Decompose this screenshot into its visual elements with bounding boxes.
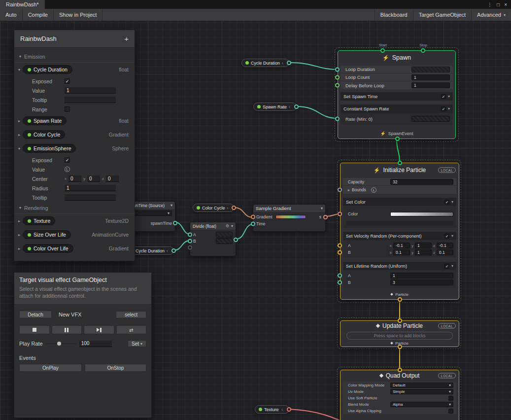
chevron-down-icon[interactable]: ▾ <box>451 234 453 238</box>
chevron-down-icon[interactable]: ▾ <box>18 68 20 72</box>
set-rate-button[interactable]: Set ▾ <box>128 340 146 347</box>
divide-header[interactable]: Divide (float) ⚙ ▾ <box>190 222 236 230</box>
quad-output-context-node[interactable]: Quad Output LOCAL Color Mapping Mode Def… <box>340 370 459 420</box>
play-rate-slider[interactable] <box>46 341 76 346</box>
param-pill[interactable]: Texture <box>23 216 55 225</box>
blackboard-panel[interactable]: RainbwDash + ▾ Emission ▾ Cycle Duration… <box>14 30 135 261</box>
chevron-down-icon[interactable]: ▾ <box>18 146 20 151</box>
collapse-icon[interactable]: ‹ <box>281 407 283 412</box>
quad-header[interactable]: Quad Output LOCAL <box>341 370 459 381</box>
block-enabled-checkbox[interactable]: ✓ <box>444 264 449 269</box>
block-enabled-checkbox[interactable]: ✓ <box>441 106 446 111</box>
param-out-port[interactable] <box>287 407 291 412</box>
set-spawn-time-block[interactable]: Set Spawn Time ✓ ▾ <box>341 92 453 101</box>
value-field[interactable]: 1 <box>65 87 116 94</box>
param-row-size-over-life[interactable]: ▸ Size Over Life AnimationCurve <box>14 228 135 242</box>
center-x-field[interactable]: 0 <box>68 175 81 182</box>
category-emission[interactable]: ▾ Emission <box>14 51 135 63</box>
update-header[interactable]: Update Particle LOCAL <box>341 321 459 331</box>
param-node-color-cycle[interactable]: Color Cycle ‹ <box>193 204 234 212</box>
spawntime-out-port[interactable] <box>173 221 177 225</box>
lifetime-a-field[interactable]: 1 <box>390 273 453 279</box>
spawn-context-node[interactable]: Start Stop ⚡ Spawn Loop Duration Loop Co… <box>338 50 456 139</box>
spawnevent-out-port[interactable] <box>395 137 400 141</box>
update-context-node[interactable]: Update Particle LOCAL Press space to add… <box>340 320 459 347</box>
divide-a-field[interactable] <box>216 232 233 238</box>
chevron-down-icon[interactable]: ▾ <box>170 203 172 208</box>
center-z-field[interactable]: 0 <box>106 175 119 182</box>
detach-button[interactable]: Detach <box>19 311 52 318</box>
target-gameobject-toggle-button[interactable]: Target GameObject <box>413 9 471 21</box>
initialize-context-node[interactable]: ⚡ Initialize Particle LOCAL Capacity 32 … <box>340 163 459 300</box>
bounds-port[interactable] <box>338 188 342 192</box>
advanced-dropdown-button[interactable]: Advanced ▾ <box>471 9 511 21</box>
param-row-cycle-duration[interactable]: ▾ Cycle Duration float <box>14 63 135 76</box>
loop-count-field[interactable]: 1 <box>411 74 450 80</box>
block-enabled-checkbox[interactable]: ✓ <box>444 234 449 239</box>
link-icon[interactable]: L <box>65 167 70 172</box>
radius-field[interactable]: 1 <box>65 185 116 191</box>
time-in-port[interactable] <box>251 222 255 226</box>
divide-out-port[interactable] <box>234 238 238 242</box>
set-velocity-block[interactable]: Set Velocity Random (Per-component) ✓ ▾ <box>343 232 456 240</box>
param-out-port[interactable] <box>171 248 176 253</box>
collapse-icon[interactable]: ‹ <box>167 248 168 253</box>
delay-field[interactable]: 1 <box>411 82 450 88</box>
loop-count-port[interactable] <box>335 75 340 79</box>
param-row-emission-sphere[interactable]: ▾ EmissionSphere Sphere <box>14 141 135 155</box>
velocity-a-port[interactable] <box>338 244 342 248</box>
velocity-a-y-field[interactable]: 1 <box>415 243 432 248</box>
pause-button[interactable] <box>52 325 82 334</box>
divide-b-port[interactable] <box>188 239 192 243</box>
param-pill[interactable]: Size Over Life <box>23 230 71 239</box>
chevron-right-icon[interactable]: ▸ <box>18 246 20 251</box>
collapse-icon[interactable]: ‹ <box>289 105 290 109</box>
velocity-b-port[interactable] <box>338 250 342 255</box>
param-node-spawn-rate[interactable]: Spawn Rate ‹ <box>253 103 297 111</box>
divide-add-port[interactable] <box>188 245 192 249</box>
chevron-right-icon[interactable]: ▸ <box>18 119 20 123</box>
range-checkbox[interactable] <box>65 106 70 112</box>
param-pill[interactable]: Spawn Rate <box>23 116 67 125</box>
blend-mode-dropdown[interactable]: Alpha ▾ <box>390 402 453 407</box>
param-row-spawn-rate[interactable]: ▸ Spawn Rate float <box>14 114 135 128</box>
chevron-right-icon[interactable]: ▸ <box>348 188 350 192</box>
lifetime-a-port[interactable] <box>338 274 342 278</box>
loop-duration-field[interactable] <box>411 67 450 72</box>
velocity-b-y-field[interactable]: 1 <box>415 249 432 255</box>
kebab-menu-icon[interactable]: ⋮ <box>487 2 492 7</box>
play-rate-field[interactable]: 100 <box>79 341 112 347</box>
param-row-color-over-life[interactable]: ▸ Color Over Life Gradient <box>14 242 135 255</box>
add-blocks-placeholder[interactable]: Press space to add blocks <box>346 332 453 340</box>
sample-gradient-header[interactable]: Sample Gradient ▾ <box>253 205 325 212</box>
soft-particle-checkbox[interactable] <box>448 396 453 401</box>
chevron-right-icon[interactable]: ▸ <box>18 133 20 137</box>
target-gameobject-panel[interactable]: Target visual effect GameObject Select a… <box>14 272 152 418</box>
set-lifetime-block[interactable]: Set Lifetime Random (Uniform) ✓ ▾ <box>343 262 456 270</box>
window-tab[interactable]: RainbwDash* <box>0 0 45 9</box>
exposed-checkbox[interactable]: ✓ <box>65 78 70 84</box>
gradient-preview[interactable] <box>275 215 306 219</box>
collapse-icon[interactable]: ‹ <box>227 206 229 210</box>
category-rendering[interactable]: ▾ Rendering <box>14 202 135 214</box>
sample-gradient-node[interactable]: Sample Gradient ▾ Gradient Time s <box>253 204 326 232</box>
rate-field[interactable] <box>411 116 450 122</box>
step-button[interactable] <box>84 325 114 334</box>
velocity-a-z-field[interactable]: -0.1 <box>437 243 453 248</box>
param-pill[interactable]: Cycle Duration <box>23 65 72 74</box>
param-pill[interactable]: EmissionSphere <box>23 144 76 153</box>
show-in-project-button[interactable]: Show in Project <box>54 9 102 21</box>
block-enabled-checkbox[interactable]: ✓ <box>444 200 449 205</box>
velocity-a-x-field[interactable]: -0.1 <box>393 243 410 248</box>
chevron-down-icon[interactable]: ▾ <box>451 264 453 268</box>
spawn-header[interactable]: ⚡ Spawn <box>338 51 455 65</box>
loop-duration-port[interactable] <box>335 67 340 71</box>
onstop-button[interactable]: OnStop <box>85 364 146 372</box>
center-y-field[interactable]: 0 <box>87 175 100 182</box>
initialize-header[interactable]: ⚡ Initialize Particle LOCAL <box>341 163 459 177</box>
param-row-color-cycle[interactable]: ▸ Color Cycle Gradient <box>14 128 135 141</box>
initialize-out-port[interactable] <box>398 297 402 302</box>
param-node-texture[interactable]: Texture ‹ <box>255 405 289 414</box>
uv-mode-dropdown[interactable]: Simple ▾ <box>390 389 453 394</box>
velocity-b-z-field[interactable]: 0.1 <box>437 249 453 255</box>
